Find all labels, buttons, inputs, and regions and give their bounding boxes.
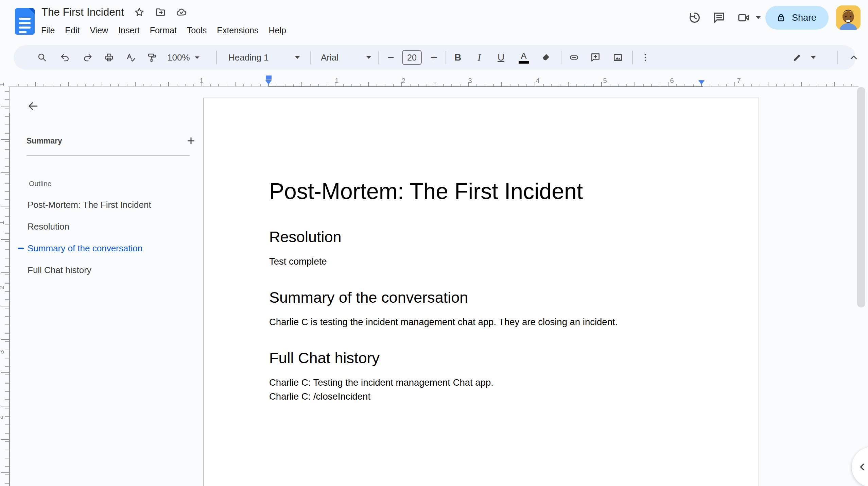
menu-view[interactable]: View bbox=[85, 23, 113, 38]
hide-menus-button[interactable] bbox=[845, 49, 863, 66]
font-select[interactable]: Arial bbox=[321, 49, 371, 66]
increase-font-size-button[interactable] bbox=[425, 49, 443, 66]
chevron-left-icon bbox=[856, 461, 868, 473]
cloud-saved-icon[interactable] bbox=[176, 6, 187, 18]
back-arrow-icon bbox=[27, 100, 39, 112]
menu-help[interactable]: Help bbox=[264, 23, 291, 38]
doc-heading[interactable]: Full Chat history bbox=[269, 348, 694, 368]
text-color-button[interactable]: A bbox=[515, 49, 533, 66]
first-line-indent-marker[interactable] bbox=[266, 76, 272, 80]
zoom-caret-icon bbox=[195, 56, 199, 59]
paragraph-style-value: Heading 1 bbox=[228, 52, 269, 63]
move-folder-icon[interactable] bbox=[155, 6, 166, 18]
bold-button[interactable]: B bbox=[449, 49, 467, 66]
document-title[interactable]: The First Incident bbox=[41, 6, 124, 18]
h-ruler-number: 1 bbox=[199, 77, 203, 85]
doc-heading[interactable]: Summary of the conversation bbox=[269, 287, 694, 308]
menu-tools[interactable]: Tools bbox=[182, 23, 212, 38]
insert-link-button[interactable] bbox=[565, 49, 583, 66]
v-ruler-number: 2 bbox=[0, 285, 5, 289]
active-item-dash bbox=[18, 248, 24, 249]
undo-button[interactable] bbox=[56, 49, 74, 66]
doc-body[interactable]: Charlie C is testing the incident manage… bbox=[269, 315, 694, 329]
share-button[interactable]: Share bbox=[765, 6, 829, 30]
pencil-icon bbox=[792, 52, 803, 63]
outline-item-label: Full Chat history bbox=[28, 265, 91, 275]
editing-mode-select[interactable] bbox=[792, 49, 816, 66]
outline-item[interactable]: Post-Mortem: The First Incident bbox=[15, 194, 199, 216]
show-side-panel-button[interactable] bbox=[852, 447, 868, 486]
right-indent-marker[interactable] bbox=[698, 80, 705, 85]
docs-logo[interactable] bbox=[15, 8, 35, 35]
font-value: Arial bbox=[321, 52, 338, 63]
google-docs-app: The First Incident FileEditViewInsertFor… bbox=[0, 0, 868, 486]
star-icon[interactable] bbox=[134, 6, 145, 18]
v-ruler-number: 1 bbox=[0, 221, 5, 224]
menu-file[interactable]: File bbox=[36, 23, 60, 38]
paragraph-style-select[interactable]: Heading 1 bbox=[228, 49, 300, 66]
spell-check-button[interactable] bbox=[122, 49, 140, 66]
version-history-button[interactable] bbox=[682, 5, 707, 30]
outline-item[interactable]: Resolution bbox=[15, 216, 199, 237]
doc-title[interactable]: Post-Mortem: The First Incident bbox=[269, 177, 694, 206]
mode-caret-icon bbox=[811, 56, 816, 59]
menu-extensions[interactable]: Extensions bbox=[212, 23, 263, 38]
paint-format-button[interactable] bbox=[143, 49, 161, 66]
outline-item-label: Post-Mortem: The First Incident bbox=[28, 200, 151, 210]
share-button-label: Share bbox=[792, 13, 816, 23]
more-options-button[interactable] bbox=[637, 49, 654, 66]
font-size-input[interactable]: 20 bbox=[402, 50, 422, 65]
search-menus-button[interactable] bbox=[33, 49, 51, 66]
insert-image-button[interactable] bbox=[609, 49, 627, 66]
decrease-font-size-button[interactable] bbox=[382, 49, 400, 66]
video-call-button[interactable] bbox=[731, 5, 756, 30]
add-comment-button[interactable] bbox=[587, 49, 604, 66]
v-ruler-number: 3 bbox=[0, 350, 5, 354]
h-ruler-number: 1 bbox=[335, 77, 338, 85]
vertical-scrollbar[interactable] bbox=[857, 87, 865, 307]
underline-button[interactable]: U bbox=[492, 49, 510, 66]
outline-item-label: Summary of the conversation bbox=[28, 243, 142, 254]
outline-item-label: Resolution bbox=[28, 221, 69, 232]
v-ruler-number: 1 bbox=[0, 82, 5, 86]
left-indent-marker[interactable] bbox=[265, 80, 272, 85]
toolbar: 100% Heading 1 Arial 20 B I U bbox=[14, 45, 856, 70]
menu-insert[interactable]: Insert bbox=[113, 23, 145, 38]
menu-format[interactable]: Format bbox=[145, 23, 182, 38]
outline-list: Post-Mortem: The First IncidentResolutio… bbox=[15, 194, 199, 281]
add-summary-button[interactable] bbox=[182, 132, 200, 150]
lock-icon bbox=[776, 12, 786, 23]
close-outline-button[interactable] bbox=[22, 95, 44, 117]
doc-body[interactable]: Charlie C: Testing the incident manageme… bbox=[269, 375, 694, 403]
v-ruler-number: 4 bbox=[0, 416, 5, 419]
zoom-value: 100% bbox=[167, 52, 190, 63]
h-ruler-number: 2 bbox=[401, 77, 405, 85]
h-ruler-number: 4 bbox=[536, 77, 539, 85]
sidebar-divider bbox=[27, 155, 190, 156]
account-avatar[interactable] bbox=[836, 5, 861, 30]
video-call-caret-icon[interactable] bbox=[756, 16, 761, 19]
italic-button[interactable]: I bbox=[470, 49, 488, 66]
highlight-color-button[interactable] bbox=[537, 49, 555, 66]
menu-bar: FileEditViewInsertFormatToolsExtensionsH… bbox=[36, 23, 291, 38]
outline-label: Outline bbox=[29, 180, 52, 188]
h-ruler-number: 3 bbox=[468, 77, 472, 85]
redo-button[interactable] bbox=[79, 49, 96, 66]
zoom-select[interactable]: 100% bbox=[167, 49, 199, 66]
h-ruler-number: 6 bbox=[670, 77, 674, 85]
outline-item[interactable]: Summary of the conversation bbox=[15, 237, 199, 259]
summary-label: Summary bbox=[27, 136, 62, 146]
vertical-ruler[interactable]: 11234 bbox=[0, 87, 10, 486]
docs-logo-fold bbox=[29, 8, 35, 14]
menu-edit[interactable]: Edit bbox=[60, 23, 85, 38]
print-button[interactable] bbox=[100, 49, 118, 66]
doc-body[interactable]: Test complete bbox=[269, 254, 694, 268]
document-page[interactable]: Post-Mortem: The First IncidentResolutio… bbox=[203, 98, 759, 486]
comments-button[interactable] bbox=[707, 5, 731, 30]
h-ruler-number: 5 bbox=[603, 77, 607, 85]
h-ruler-number: 7 bbox=[737, 77, 741, 85]
doc-heading[interactable]: Resolution bbox=[269, 227, 694, 247]
font-caret-icon bbox=[366, 56, 371, 59]
outline-item[interactable]: Full Chat history bbox=[15, 259, 199, 281]
horizontal-ruler[interactable]: 11234567 bbox=[0, 75, 868, 88]
